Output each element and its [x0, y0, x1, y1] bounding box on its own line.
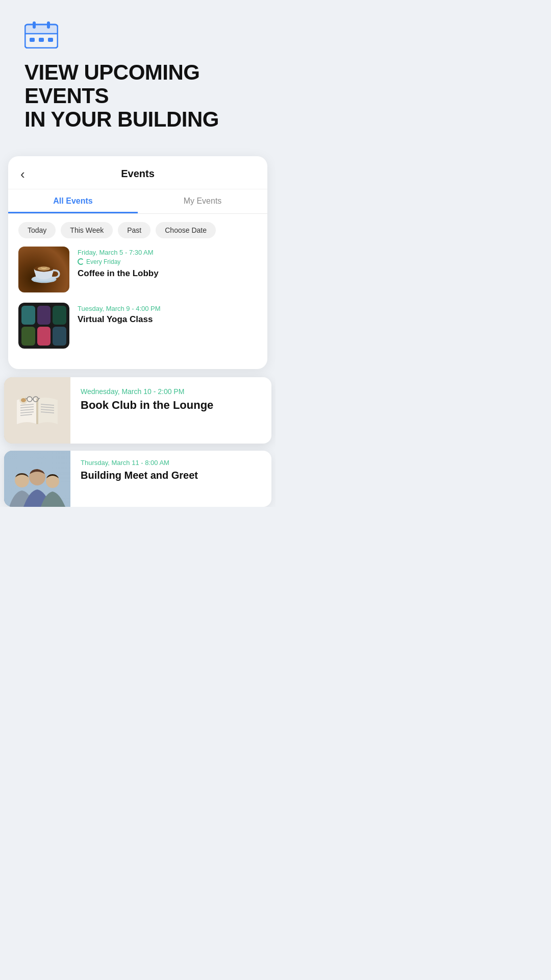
event-card-meetgreet[interactable]: Thursday, March 11 - 8:00 AM Building Me…: [4, 451, 271, 507]
card-header: ‹ Events: [8, 156, 267, 189]
hero-section: VIEW UPCOMING EVENTS IN YOUR BUILDING: [0, 0, 276, 156]
svg-rect-3: [33, 21, 36, 29]
calendar-icon: [24, 20, 58, 48]
svg-rect-5: [30, 38, 35, 42]
event-name-book: Book Club in the Lounge: [81, 399, 261, 412]
event-name-yoga: Virtual Yoga Class: [78, 314, 257, 325]
main-card: ‹ Events All Events My Events Today This…: [8, 156, 267, 369]
event-image-coffee: [18, 247, 69, 292]
recurrence-icon: [78, 258, 84, 265]
event-date-book: Wednesday, March 10 - 2:00 PM: [81, 387, 261, 396]
event-info-book: Wednesday, March 10 - 2:00 PM Book Club …: [70, 377, 271, 444]
svg-rect-1: [25, 24, 58, 34]
svg-rect-7: [48, 38, 53, 42]
event-list: Friday, March 5 - 7:30 AM Every Friday C…: [8, 247, 267, 369]
filter-pills: Today This Week Past Choose Date: [8, 214, 267, 247]
yoga-mat-4: [21, 327, 35, 346]
yoga-mat-3: [53, 306, 66, 325]
tab-all-events[interactable]: All Events: [8, 189, 138, 213]
back-button[interactable]: ‹: [20, 167, 25, 181]
event-info-yoga: Tuesday, March 9 - 4:00 PM Virtual Yoga …: [78, 303, 257, 325]
card-title: Events: [121, 168, 155, 180]
event-date-coffee: Friday, March 5 - 7:30 AM: [78, 249, 257, 256]
filter-choose-date[interactable]: Choose Date: [156, 222, 216, 238]
filter-past[interactable]: Past: [118, 222, 151, 238]
svg-rect-12: [36, 399, 38, 424]
event-info-meetgreet: Thursday, March 11 - 8:00 AM Building Me…: [70, 451, 271, 507]
event-image-people: [4, 451, 70, 507]
event-image-book: [4, 377, 70, 444]
svg-rect-4: [47, 21, 50, 29]
svg-rect-6: [39, 38, 44, 42]
event-name-meetgreet: Building Meet and Greet: [81, 470, 261, 481]
yoga-mat-2: [37, 306, 51, 325]
event-info-coffee: Friday, March 5 - 7:30 AM Every Friday C…: [78, 247, 257, 279]
svg-point-23: [21, 398, 26, 402]
filter-this-week[interactable]: This Week: [61, 222, 113, 238]
filter-today[interactable]: Today: [18, 222, 56, 238]
tab-my-events[interactable]: My Events: [138, 189, 267, 213]
yoga-mat-6: [53, 327, 66, 346]
event-image-yoga: [18, 303, 69, 349]
event-item-yoga[interactable]: Tuesday, March 9 - 4:00 PM Virtual Yoga …: [18, 303, 257, 349]
event-item-coffee[interactable]: Friday, March 5 - 7:30 AM Every Friday C…: [18, 247, 257, 292]
hero-title: VIEW UPCOMING EVENTS IN YOUR BUILDING: [24, 61, 251, 132]
event-date-meetgreet: Thursday, March 11 - 8:00 AM: [81, 459, 261, 467]
event-recurrence-coffee: Every Friday: [78, 258, 257, 265]
event-card-book[interactable]: Wednesday, March 10 - 2:00 PM Book Club …: [4, 377, 271, 444]
tabs-container: All Events My Events: [8, 189, 267, 214]
yoga-mat-1: [21, 306, 35, 325]
event-name-coffee: Coffee in the Lobby: [78, 268, 257, 279]
event-date-yoga: Tuesday, March 9 - 4:00 PM: [78, 305, 257, 312]
yoga-mat-5: [37, 327, 51, 346]
